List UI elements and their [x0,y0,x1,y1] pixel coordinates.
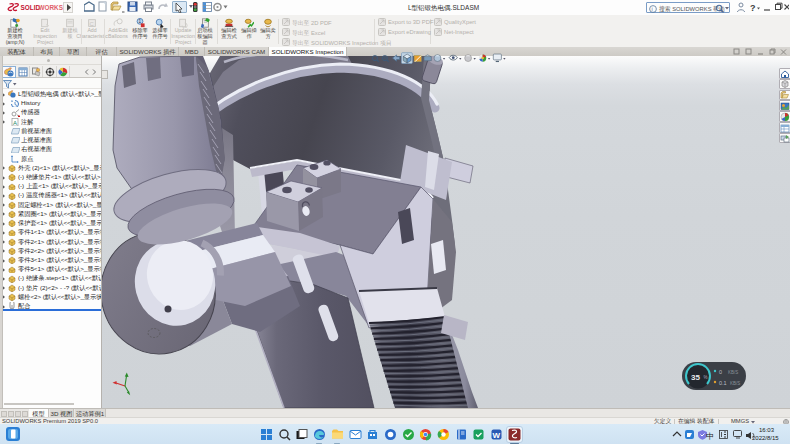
svg-text:A: A [13,120,17,126]
svg-text:SOLID: SOLID [21,4,41,11]
svg-text:WORKS: WORKS [39,4,64,11]
svg-text:KB/S: KB/S [728,370,738,375]
svg-text:0: 0 [719,369,722,375]
svg-text:35: 35 [691,373,700,382]
svg-text:?: ? [750,3,756,13]
svg-text:i: i [652,6,653,12]
svg-text:W: W [493,431,501,440]
svg-text:%: % [704,375,708,380]
svg-text:C: C [90,21,94,27]
svg-text:KB/S: KB/S [730,381,740,386]
svg-text:0.1: 0.1 [719,380,727,386]
